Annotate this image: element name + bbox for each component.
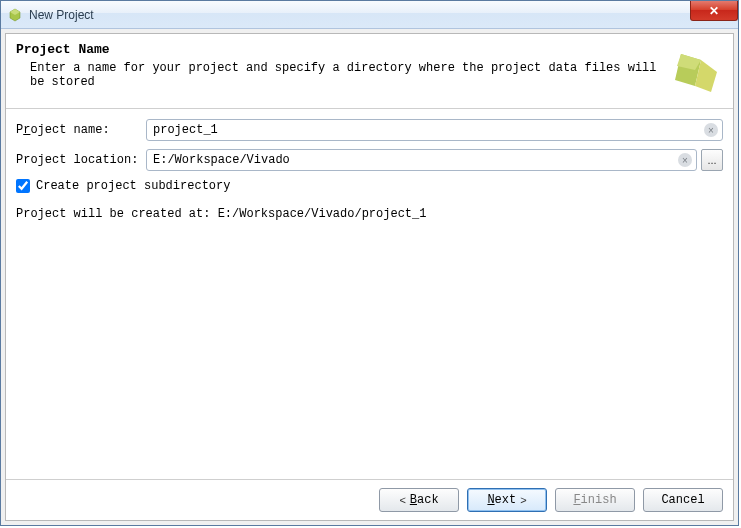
project-name-input-wrap: × (146, 119, 723, 141)
project-name-label: Project name: (16, 123, 146, 137)
close-icon: ✕ (709, 4, 719, 18)
banner-description: Enter a name for your project and specif… (16, 61, 659, 89)
wizard-button-bar: < Back Next > Finish Cancel (6, 479, 733, 520)
form-body: Project name: × Project location: × ... (6, 109, 733, 479)
clear-name-icon[interactable]: × (704, 123, 718, 137)
banner-title: Project Name (16, 42, 659, 57)
new-project-dialog: New Project ✕ Project Name Enter a name … (0, 0, 739, 526)
cancel-button[interactable]: Cancel (643, 488, 723, 512)
next-button[interactable]: Next > (467, 488, 547, 512)
project-name-row: Project name: × (16, 119, 723, 141)
create-subdirectory-checkbox[interactable] (16, 179, 30, 193)
wizard-panel: Project Name Enter a name for your proje… (5, 33, 734, 521)
project-location-row: Project location: × ... (16, 149, 723, 171)
banner-text: Project Name Enter a name for your proje… (16, 42, 659, 89)
project-location-input[interactable] (146, 149, 697, 171)
next-arrow-icon: > (520, 494, 526, 506)
close-button[interactable]: ✕ (690, 1, 738, 21)
back-arrow-icon: < (399, 494, 405, 506)
finish-button[interactable]: Finish (555, 488, 635, 512)
project-location-label: Project location: (16, 153, 146, 167)
clear-location-icon[interactable]: × (678, 153, 692, 167)
window-title: New Project (29, 8, 94, 22)
create-subdirectory-label: Create project subdirectory (36, 179, 230, 193)
vivado-logo-icon (667, 42, 723, 98)
project-location-input-wrap: × (146, 149, 697, 171)
titlebar[interactable]: New Project ✕ (1, 1, 738, 29)
client-area: Project Name Enter a name for your proje… (1, 29, 738, 525)
subdirectory-check-row: Create project subdirectory (16, 179, 723, 193)
creation-path-info: Project will be created at: E:/Workspace… (16, 207, 723, 221)
project-name-input[interactable] (146, 119, 723, 141)
back-button[interactable]: < Back (379, 488, 459, 512)
banner: Project Name Enter a name for your proje… (6, 34, 733, 108)
app-icon (7, 7, 23, 23)
browse-location-button[interactable]: ... (701, 149, 723, 171)
